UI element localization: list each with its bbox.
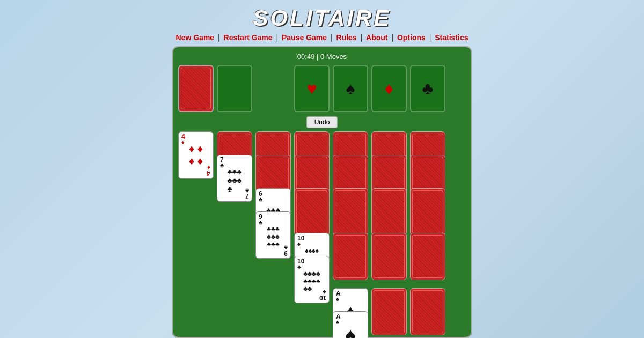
card-7-clubs[interactable]: 7 ♣ ♣♣♣♣♣♣♣ 7 ♣ (217, 155, 252, 202)
nav-bar: New Game | Restart Game | Pause Game | R… (176, 33, 469, 42)
stock-pile[interactable] (178, 65, 214, 112)
nav-rules[interactable]: Rules (336, 33, 357, 42)
card-ace-spades-2[interactable]: A ♠ ♠ A ♠ (333, 311, 368, 338)
tableau-col-3: 6 ♣ ♣♣♣♣♣♣ 6 ♣ 9 ♣ ♣♣♣♣♣♣♣♣♣ 9 ♣ (255, 131, 291, 259)
tableau: 4 ♦ ♦ ♦♦ ♦ 4 ♦ 7 ♣ ♣♣♣♣♣♣♣ 7 ♣ (178, 131, 466, 338)
undo-area: Undo (178, 116, 466, 128)
tableau-col-1: 4 ♦ ♦ ♦♦ ♦ 4 ♦ (178, 131, 214, 179)
undo-button[interactable]: Undo (306, 116, 338, 128)
back-card-col7-4 (410, 233, 445, 280)
nav-pause-game[interactable]: Pause Game (282, 33, 327, 42)
back-card-col5-3 (333, 188, 368, 236)
foundation-hearts[interactable] (294, 65, 330, 112)
back-card-col7-5 (410, 288, 445, 335)
nav-statistics[interactable]: Statistics (435, 33, 468, 42)
foundation-diamonds[interactable] (371, 65, 407, 112)
tableau-col-4: 10 ♠ ♠♠♠♠♠♠♠♠♠♠ 10 ♠ 10 ♣ ♣♣♣♣♣♣♣♣♣♣ 10 … (294, 131, 330, 303)
waste-pile (217, 65, 252, 112)
page-title: SOLITAIRE (253, 5, 391, 31)
nav-options[interactable]: Options (397, 33, 426, 42)
card-4-diamonds[interactable]: 4 ♦ ♦ ♦♦ ♦ 4 ♦ (178, 131, 214, 179)
tableau-col-2: 7 ♣ ♣♣♣♣♣♣♣ 7 ♣ (217, 131, 252, 202)
card-9-clubs-col3[interactable]: 9 ♣ ♣♣♣♣♣♣♣♣♣ 9 ♣ (255, 211, 291, 259)
game-area: 00:49 | 0 Moves Undo 4 ♦ ♦ ♦♦ ♦ (172, 46, 472, 338)
back-card-col4-3 (294, 188, 330, 236)
back-card-col6-4 (371, 233, 407, 280)
spacer (255, 65, 291, 112)
foundation-spades[interactable] (333, 65, 368, 112)
back-card-col6-5 (371, 288, 407, 335)
status-bar: 00:49 | 0 Moves (178, 53, 466, 61)
tableau-col-7: 2 ♦ ♦♦ 2 ♦ (410, 131, 445, 338)
card-10-clubs[interactable]: 10 ♣ ♣♣♣♣♣♣♣♣♣♣ 10 ♣ (294, 256, 330, 303)
back-card-col5-4 (333, 233, 368, 280)
foundation-clubs[interactable] (410, 65, 445, 112)
tableau-col-6: 9 ♣ ♣♣♣♣♣♣♣♣♣ 9 ♣ 6 ♣ ♣♣♣♣♣♣ 6 ♣ (371, 131, 407, 338)
back-card-col6-3 (371, 188, 407, 236)
nav-about[interactable]: About (366, 33, 387, 42)
back-card-col7-3 (410, 188, 445, 236)
top-row (178, 65, 466, 112)
tableau-col-5: A ♠ ♠ A ♠ A ♠ ♠ A ♠ (333, 131, 368, 338)
nav-new-game[interactable]: New Game (176, 33, 215, 42)
nav-restart-game[interactable]: Restart Game (224, 33, 273, 42)
